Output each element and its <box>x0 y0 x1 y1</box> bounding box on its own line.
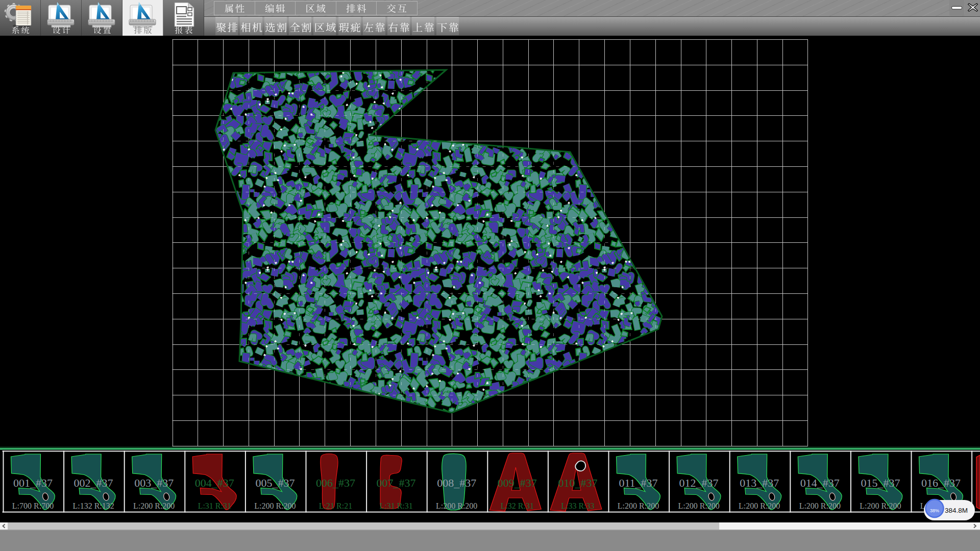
svg-text:001_#37: 001_#37 <box>13 477 53 489</box>
svg-text:010_#37: 010_#37 <box>558 477 597 489</box>
svg-text:L:31 R:31: L:31 R:31 <box>379 502 412 510</box>
svg-text:009_#37: 009_#37 <box>498 477 537 489</box>
svg-text:013_#37: 013_#37 <box>740 477 779 489</box>
svg-text:012_#37: 012_#37 <box>679 477 719 489</box>
svg-text:L:132 R:132: L:132 R:132 <box>72 502 114 510</box>
svg-text:002_#37: 002_#37 <box>74 477 113 489</box>
svg-text:016_#37: 016_#37 <box>921 477 961 489</box>
svg-text:38%: 38% <box>930 508 939 513</box>
svg-text:005_#37: 005_#37 <box>255 477 295 489</box>
svg-text:L:200 R:200: L:200 R:200 <box>799 502 841 510</box>
svg-text:004_#37: 004_#37 <box>195 477 234 489</box>
svg-text:L:200 R:200: L:200 R:200 <box>436 502 477 510</box>
svg-text:011_#37: 011_#37 <box>619 477 657 489</box>
svg-text:L:32 R:31: L:32 R:31 <box>501 502 534 510</box>
svg-text:L:200 R:200: L:200 R:200 <box>860 502 901 510</box>
svg-text:L:200 R:200: L:200 R:200 <box>678 502 719 510</box>
svg-text:L:33 R:33: L:33 R:33 <box>561 502 594 510</box>
svg-text:L:21 R:21: L:21 R:21 <box>319 502 352 510</box>
svg-text:L:200 R:200: L:200 R:200 <box>133 502 175 510</box>
svg-text:015_#37: 015_#37 <box>861 477 900 489</box>
svg-text:007_#37: 007_#37 <box>377 477 416 489</box>
svg-text:L:700 R:700: L:700 R:700 <box>12 502 54 510</box>
svg-text:384.8M: 384.8M <box>945 507 968 514</box>
svg-text:003_#37: 003_#37 <box>134 477 174 489</box>
svg-text:014_#37: 014_#37 <box>800 477 840 489</box>
svg-text:L:200 R:200: L:200 R:200 <box>739 502 780 510</box>
svg-text:L:200 R:200: L:200 R:200 <box>254 502 296 510</box>
svg-text:L:200 R:200: L:200 R:200 <box>618 502 659 510</box>
svg-text:006_#37: 006_#37 <box>316 477 355 489</box>
svg-text:L:31 R:31: L:31 R:31 <box>198 502 231 510</box>
svg-text:008_#37: 008_#37 <box>437 477 476 489</box>
